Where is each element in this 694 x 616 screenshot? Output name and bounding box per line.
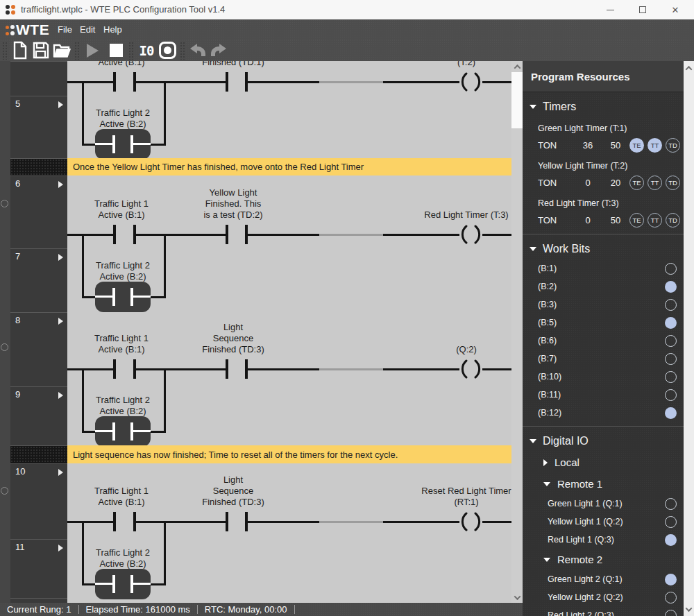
no-contact-bar[interactable] (245, 225, 248, 244)
gutter-rung-cell-6[interactable]: 6 (10, 176, 67, 248)
menu-help[interactable]: Help (103, 24, 122, 35)
highlighted-branch-contact[interactable] (95, 282, 151, 312)
no-contact-bar[interactable] (226, 225, 228, 244)
timer-flag-te-on[interactable]: TE (629, 138, 644, 153)
gutter-rung-cell-9[interactable]: 9 (10, 386, 67, 445)
timer-flag-te-off[interactable]: TE (629, 176, 644, 190)
panel-scroll-up-arrow[interactable] (684, 62, 694, 74)
collapse-triangle-icon[interactable] (530, 439, 536, 443)
highlighted-branch-contact[interactable] (95, 416, 151, 447)
gutter-rung-cell-8[interactable]: 8 (10, 312, 67, 386)
no-contact-bar[interactable] (226, 72, 228, 92)
bit-state-off[interactable] (665, 389, 677, 401)
bit-state-off[interactable] (665, 335, 677, 347)
open-file-button[interactable] (51, 41, 72, 60)
io-state-off[interactable] (665, 516, 677, 528)
no-contact-bar[interactable] (133, 72, 136, 92)
gutter-rung-cell-5[interactable]: 5 (10, 96, 67, 158)
gutter-rung-cell-12[interactable]: 12 (10, 598, 67, 603)
gutter-comment-cell[interactable] (10, 158, 67, 176)
gutter-rung-cell-10[interactable]: 10 (10, 463, 67, 539)
rung-select-arrow-icon[interactable] (58, 181, 63, 188)
expand-triangle-icon[interactable] (543, 459, 548, 466)
bit-state-on[interactable] (665, 281, 677, 293)
io-group-remote-2[interactable]: Remote 2 (523, 549, 684, 570)
close-button[interactable]: ✕ (663, 0, 687, 19)
io-monitor-button[interactable]: I0 (136, 41, 157, 60)
io-group-local[interactable]: Local (523, 452, 684, 473)
rung-select-arrow-icon[interactable] (58, 545, 63, 551)
panel-scroll-down-arrow[interactable] (684, 604, 694, 615)
timer-flag-tt-off[interactable]: TT (648, 176, 662, 190)
section-header-digital-io[interactable]: Digital IO (523, 431, 684, 452)
scrollbar-thumb[interactable] (511, 72, 523, 128)
io-state-off[interactable] (665, 610, 677, 616)
rung-select-arrow-icon[interactable] (58, 254, 63, 261)
save-button[interactable] (31, 41, 51, 60)
new-file-button[interactable] (10, 41, 31, 60)
io-state-on[interactable] (665, 574, 677, 585)
no-contact-bar[interactable] (133, 225, 136, 244)
output-coil[interactable] (459, 224, 483, 248)
menu-file[interactable]: File (58, 24, 72, 35)
no-contact-bar[interactable] (133, 512, 136, 531)
no-contact-bar[interactable] (226, 359, 228, 379)
output-coil[interactable] (459, 359, 483, 382)
timer-flag-tt-off[interactable]: TT (648, 213, 662, 228)
collapse-triangle-icon[interactable] (543, 482, 550, 486)
no-contact-bar[interactable] (133, 359, 136, 379)
no-contact-bar[interactable] (113, 225, 116, 244)
maximize-button[interactable] (631, 0, 654, 19)
no-contact-bar[interactable] (113, 72, 116, 92)
rung-select-arrow-icon[interactable] (58, 318, 63, 325)
ladder-canvas[interactable]: Active (B:1)Finished (TD:1)(T:2)Traffic … (67, 61, 511, 603)
bit-state-off[interactable] (665, 353, 677, 365)
rung-select-arrow-icon[interactable] (58, 101, 63, 108)
timer-flag-td-off[interactable]: TD (666, 176, 680, 190)
timer-flag-td-off[interactable]: TD (666, 138, 680, 153)
io-state-off[interactable] (665, 498, 677, 510)
highlighted-branch-contact[interactable] (95, 129, 151, 160)
bit-state-on[interactable] (665, 407, 677, 419)
io-group-remote-1[interactable]: Remote 1 (523, 473, 684, 495)
io-state-on[interactable] (665, 534, 677, 546)
canvas-vertical-scrollbar[interactable] (511, 61, 523, 603)
bit-state-off[interactable] (665, 299, 677, 311)
redo-button[interactable] (208, 41, 229, 60)
no-contact-bar[interactable] (245, 512, 248, 531)
stop-button[interactable] (105, 41, 126, 60)
panel-vertical-scrollbar[interactable] (684, 61, 694, 616)
rung-comment-0[interactable]: Once the Yellow Light Timer has finished… (67, 158, 511, 176)
undo-button[interactable] (187, 41, 208, 60)
minimize-button[interactable] (598, 0, 622, 19)
rung-select-arrow-icon[interactable] (58, 392, 63, 399)
no-contact-bar[interactable] (245, 359, 248, 379)
section-header-timers[interactable]: Timers (523, 96, 684, 117)
run-button[interactable] (82, 41, 103, 60)
menu-edit[interactable]: Edit (80, 24, 95, 35)
output-coil[interactable] (459, 71, 483, 95)
collapse-triangle-icon[interactable] (543, 558, 550, 562)
gutter-rung-cell-11[interactable]: 11 (10, 539, 67, 598)
section-header-work-bits[interactable]: Work Bits (523, 239, 684, 259)
output-coil[interactable] (459, 511, 483, 535)
timer-flag-td-off[interactable]: TD (666, 213, 680, 228)
bit-state-off[interactable] (665, 263, 677, 275)
collapse-triangle-icon[interactable] (530, 105, 536, 109)
no-contact-bar[interactable] (113, 512, 116, 531)
io-state-off[interactable] (665, 592, 677, 604)
no-contact-bar[interactable] (226, 512, 228, 531)
gutter-rung-cell-partial[interactable] (10, 61, 67, 96)
timer-flag-te-off[interactable]: TE (629, 213, 644, 228)
gutter-comment-cell[interactable] (10, 445, 67, 463)
scroll-up-arrow[interactable] (511, 61, 523, 72)
rung-comment-1[interactable]: Light sequence has now finished; Time to… (67, 445, 511, 463)
highlighted-branch-contact[interactable] (95, 569, 151, 599)
no-contact-bar[interactable] (245, 72, 248, 92)
bit-state-on[interactable] (665, 317, 677, 329)
no-contact-bar[interactable] (113, 359, 116, 379)
timer-flag-tt-on[interactable]: TT (648, 138, 662, 153)
record-button[interactable] (157, 41, 178, 60)
rung-select-arrow-icon[interactable] (58, 469, 63, 476)
bit-state-off[interactable] (665, 371, 677, 383)
